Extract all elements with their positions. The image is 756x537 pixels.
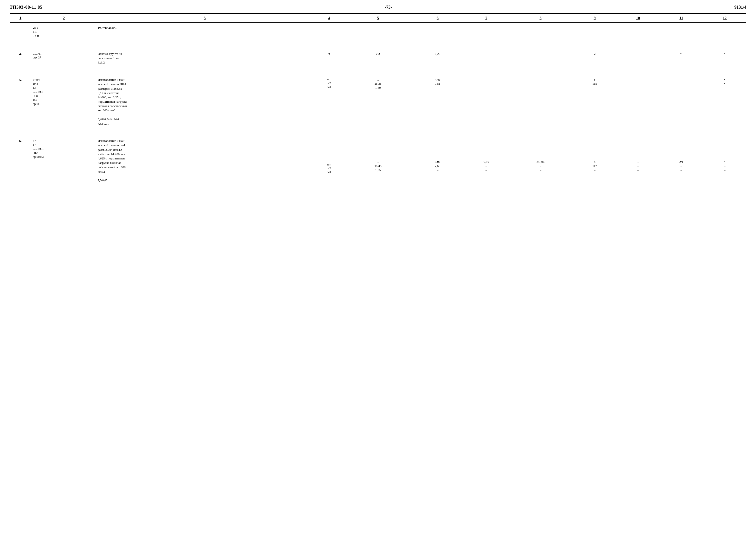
row-4-col7: – [465,49,508,68]
row-25-col7 [465,22,508,42]
row-25-col12 [703,22,746,42]
row-25-col9 [573,22,616,42]
row-6-num: 6. [10,136,31,186]
row-6-col6: 3,99 7,63 – [410,136,465,186]
row-25-col5 [345,22,410,42]
col-header-10: 10 [616,14,660,22]
spacer-1 [10,42,746,49]
row-6-col9: 4 117 – [573,136,616,186]
col-header-5: 5 [345,14,410,22]
row-4-col5: 7,2 [345,49,410,68]
row-25-col11 [660,22,703,42]
col-header-11: 11 [660,14,703,22]
row-6-col7: 0,99 – – [465,136,508,186]
col-header-1: 1 [10,14,31,22]
row-4-col10: – [616,49,660,68]
row-6-col5: 1 15,35 1,85 [345,136,410,186]
row-25: 25-1 т.ч. п.I.II 10,7+I9,26x0,I [10,22,746,42]
row-6-col12: 4 – – [703,136,746,186]
row-25-col10 [616,22,660,42]
row-6: 6. 7-4 1-4 ССН п.II -162 прилож.I Изгото… [10,136,746,186]
row-5-col8: – – [508,75,573,129]
row-6-ref: 7-4 1-4 ССН п.II -162 прилож.I [31,136,96,186]
header-right: 9131/4 [734,5,746,10]
row-25-ref: 25-1 т.ч. п.I.II [31,22,96,42]
row-5-num: 5. [10,75,31,129]
row-6-desc: Изготовление и мон- таж ж.б. панели по-I… [96,136,313,186]
row-25-col8 [508,22,573,42]
row-25-num [10,22,31,42]
row-5-unit: шт. м2 м3 [313,75,345,129]
row-6-col10: 1 – – [616,136,660,186]
col-header-9: 9 [573,14,616,22]
col-header-4: 4 [313,14,345,22]
row-4-col6: 0,29 [410,49,465,68]
row-6-col8: 3/1,06 – – [508,136,573,186]
row-5-col10: – – [616,75,660,129]
row-5-ref: Р-454 19-3- 1,8 ССН п.2 -4 II- 150 прил.… [31,75,96,129]
row-4-col12: • [703,49,746,68]
row-5-col11: – – [660,75,703,129]
header-left: ТП503-08-11 85 [10,5,43,10]
row-5: 5. Р-454 19-3- 1,8 ССН п.2 -4 II- 150 пр… [10,75,746,129]
row-4-unit: т [313,49,345,68]
col-header-7: 7 [465,14,508,22]
row-4-col8: – [508,49,573,68]
row-4-num: 4. [10,49,31,68]
row-25-unit [313,22,345,42]
main-table: 1 2 3 4 5 6 7 8 9 10 11 12 25-1 т.ч. п.I… [10,14,746,186]
page-header: ТП503-08-11 85 -73- 9131/4 [10,5,746,11]
row-4: 4. СШ ч.I стр. 27 Отвозка грунте на расс… [10,49,746,68]
col-header-3: 3 [96,14,313,22]
row-5-col12: • • [703,75,746,129]
row-5-col5: 1 15,35 1,30 [345,75,410,129]
row-5-desc: Изготовление и мон- таж ж.б. панели ПК-I… [96,75,313,129]
row-25-desc: 10,7+I9,26x0,I [96,22,313,42]
spacer-2 [10,67,746,75]
row-25-col6 [410,22,465,42]
row-5-col6: 4,49 7,51 – [410,75,465,129]
row-4-col9: 2 [573,49,616,68]
row-6-unit: шт. м2 м3 [313,136,345,186]
row-4-ref: СШ ч.I стр. 27 [31,49,96,68]
col-header-8: 8 [508,14,573,22]
row-6-col11: 2/1 – – [660,136,703,186]
row-5-col7: – – [465,75,508,129]
header-center: -73- [385,5,392,10]
col-header-2: 2 [31,14,96,22]
col-header-6: 6 [410,14,465,22]
spacer-3 [10,129,746,136]
row-4-col11: •• [660,49,703,68]
column-header-row: 1 2 3 4 5 6 7 8 9 10 11 12 [10,14,746,22]
row-5-col9: 5 115 – [573,75,616,129]
row-4-desc: Отвозка грунте на расстояние 1 км 6x1,2 [96,49,313,68]
col-header-12: 12 [703,14,746,22]
